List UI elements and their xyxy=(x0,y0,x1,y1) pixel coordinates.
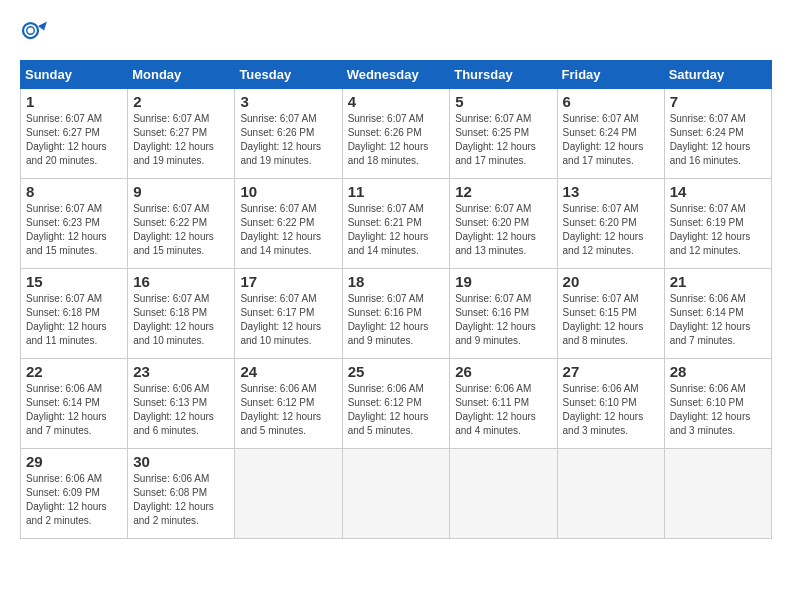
logo xyxy=(20,20,54,50)
day-number: 11 xyxy=(348,183,445,200)
calendar-cell: 15Sunrise: 6:07 AM Sunset: 6:18 PM Dayli… xyxy=(21,269,128,359)
calendar-cell: 28Sunrise: 6:06 AM Sunset: 6:10 PM Dayli… xyxy=(664,359,771,449)
day-number: 9 xyxy=(133,183,229,200)
day-info: Sunrise: 6:07 AM Sunset: 6:24 PM Dayligh… xyxy=(563,112,659,168)
day-number: 3 xyxy=(240,93,336,110)
calendar-week: 22Sunrise: 6:06 AM Sunset: 6:14 PM Dayli… xyxy=(21,359,772,449)
weekday-header: Thursday xyxy=(450,61,557,89)
calendar-week: 8Sunrise: 6:07 AM Sunset: 6:23 PM Daylig… xyxy=(21,179,772,269)
day-number: 26 xyxy=(455,363,551,380)
day-number: 23 xyxy=(133,363,229,380)
calendar-cell: 9Sunrise: 6:07 AM Sunset: 6:22 PM Daylig… xyxy=(128,179,235,269)
calendar-cell: 17Sunrise: 6:07 AM Sunset: 6:17 PM Dayli… xyxy=(235,269,342,359)
day-info: Sunrise: 6:07 AM Sunset: 6:18 PM Dayligh… xyxy=(133,292,229,348)
day-number: 10 xyxy=(240,183,336,200)
calendar-cell: 3Sunrise: 6:07 AM Sunset: 6:26 PM Daylig… xyxy=(235,89,342,179)
day-number: 29 xyxy=(26,453,122,470)
day-info: Sunrise: 6:07 AM Sunset: 6:27 PM Dayligh… xyxy=(133,112,229,168)
calendar-cell: 18Sunrise: 6:07 AM Sunset: 6:16 PM Dayli… xyxy=(342,269,450,359)
day-info: Sunrise: 6:07 AM Sunset: 6:15 PM Dayligh… xyxy=(563,292,659,348)
calendar-table: SundayMondayTuesdayWednesdayThursdayFrid… xyxy=(20,60,772,539)
calendar-week: 15Sunrise: 6:07 AM Sunset: 6:18 PM Dayli… xyxy=(21,269,772,359)
day-info: Sunrise: 6:06 AM Sunset: 6:10 PM Dayligh… xyxy=(670,382,766,438)
calendar-body: 1Sunrise: 6:07 AM Sunset: 6:27 PM Daylig… xyxy=(21,89,772,539)
day-info: Sunrise: 6:07 AM Sunset: 6:20 PM Dayligh… xyxy=(563,202,659,258)
calendar-cell: 21Sunrise: 6:06 AM Sunset: 6:14 PM Dayli… xyxy=(664,269,771,359)
svg-point-1 xyxy=(27,27,35,35)
day-number: 7 xyxy=(670,93,766,110)
day-info: Sunrise: 6:07 AM Sunset: 6:20 PM Dayligh… xyxy=(455,202,551,258)
weekday-header: Wednesday xyxy=(342,61,450,89)
day-info: Sunrise: 6:07 AM Sunset: 6:22 PM Dayligh… xyxy=(240,202,336,258)
day-number: 18 xyxy=(348,273,445,290)
calendar-cell xyxy=(235,449,342,539)
calendar-cell: 2Sunrise: 6:07 AM Sunset: 6:27 PM Daylig… xyxy=(128,89,235,179)
calendar-cell xyxy=(342,449,450,539)
day-number: 27 xyxy=(563,363,659,380)
day-info: Sunrise: 6:07 AM Sunset: 6:26 PM Dayligh… xyxy=(348,112,445,168)
day-number: 20 xyxy=(563,273,659,290)
calendar-cell: 26Sunrise: 6:06 AM Sunset: 6:11 PM Dayli… xyxy=(450,359,557,449)
calendar-cell: 1Sunrise: 6:07 AM Sunset: 6:27 PM Daylig… xyxy=(21,89,128,179)
calendar-cell: 29Sunrise: 6:06 AM Sunset: 6:09 PM Dayli… xyxy=(21,449,128,539)
day-number: 24 xyxy=(240,363,336,380)
calendar-cell: 13Sunrise: 6:07 AM Sunset: 6:20 PM Dayli… xyxy=(557,179,664,269)
day-info: Sunrise: 6:06 AM Sunset: 6:12 PM Dayligh… xyxy=(240,382,336,438)
day-number: 17 xyxy=(240,273,336,290)
calendar-cell xyxy=(557,449,664,539)
day-info: Sunrise: 6:06 AM Sunset: 6:12 PM Dayligh… xyxy=(348,382,445,438)
day-number: 21 xyxy=(670,273,766,290)
calendar-cell: 16Sunrise: 6:07 AM Sunset: 6:18 PM Dayli… xyxy=(128,269,235,359)
weekday-header: Sunday xyxy=(21,61,128,89)
day-number: 14 xyxy=(670,183,766,200)
calendar-header: SundayMondayTuesdayWednesdayThursdayFrid… xyxy=(21,61,772,89)
weekday-header: Friday xyxy=(557,61,664,89)
day-info: Sunrise: 6:07 AM Sunset: 6:23 PM Dayligh… xyxy=(26,202,122,258)
day-number: 28 xyxy=(670,363,766,380)
calendar-cell: 14Sunrise: 6:07 AM Sunset: 6:19 PM Dayli… xyxy=(664,179,771,269)
day-number: 30 xyxy=(133,453,229,470)
day-info: Sunrise: 6:07 AM Sunset: 6:22 PM Dayligh… xyxy=(133,202,229,258)
day-number: 22 xyxy=(26,363,122,380)
day-info: Sunrise: 6:07 AM Sunset: 6:21 PM Dayligh… xyxy=(348,202,445,258)
day-number: 4 xyxy=(348,93,445,110)
calendar-cell: 30Sunrise: 6:06 AM Sunset: 6:08 PM Dayli… xyxy=(128,449,235,539)
calendar-cell: 22Sunrise: 6:06 AM Sunset: 6:14 PM Dayli… xyxy=(21,359,128,449)
calendar-cell: 24Sunrise: 6:06 AM Sunset: 6:12 PM Dayli… xyxy=(235,359,342,449)
day-info: Sunrise: 6:06 AM Sunset: 6:14 PM Dayligh… xyxy=(670,292,766,348)
day-number: 8 xyxy=(26,183,122,200)
svg-point-0 xyxy=(23,23,38,38)
calendar-week: 29Sunrise: 6:06 AM Sunset: 6:09 PM Dayli… xyxy=(21,449,772,539)
calendar-cell: 6Sunrise: 6:07 AM Sunset: 6:24 PM Daylig… xyxy=(557,89,664,179)
day-info: Sunrise: 6:07 AM Sunset: 6:25 PM Dayligh… xyxy=(455,112,551,168)
day-number: 6 xyxy=(563,93,659,110)
calendar-cell: 23Sunrise: 6:06 AM Sunset: 6:13 PM Dayli… xyxy=(128,359,235,449)
day-info: Sunrise: 6:06 AM Sunset: 6:10 PM Dayligh… xyxy=(563,382,659,438)
calendar-cell: 27Sunrise: 6:06 AM Sunset: 6:10 PM Dayli… xyxy=(557,359,664,449)
day-number: 25 xyxy=(348,363,445,380)
calendar-cell xyxy=(664,449,771,539)
calendar-cell: 7Sunrise: 6:07 AM Sunset: 6:24 PM Daylig… xyxy=(664,89,771,179)
calendar-cell: 10Sunrise: 6:07 AM Sunset: 6:22 PM Dayli… xyxy=(235,179,342,269)
day-number: 12 xyxy=(455,183,551,200)
day-number: 5 xyxy=(455,93,551,110)
calendar-cell: 12Sunrise: 6:07 AM Sunset: 6:20 PM Dayli… xyxy=(450,179,557,269)
logo-icon xyxy=(20,20,50,50)
calendar-cell: 20Sunrise: 6:07 AM Sunset: 6:15 PM Dayli… xyxy=(557,269,664,359)
day-info: Sunrise: 6:06 AM Sunset: 6:11 PM Dayligh… xyxy=(455,382,551,438)
calendar-cell: 11Sunrise: 6:07 AM Sunset: 6:21 PM Dayli… xyxy=(342,179,450,269)
day-info: Sunrise: 6:07 AM Sunset: 6:26 PM Dayligh… xyxy=(240,112,336,168)
weekday-header: Tuesday xyxy=(235,61,342,89)
day-number: 15 xyxy=(26,273,122,290)
day-info: Sunrise: 6:07 AM Sunset: 6:17 PM Dayligh… xyxy=(240,292,336,348)
day-info: Sunrise: 6:07 AM Sunset: 6:16 PM Dayligh… xyxy=(455,292,551,348)
day-number: 19 xyxy=(455,273,551,290)
calendar-cell: 19Sunrise: 6:07 AM Sunset: 6:16 PM Dayli… xyxy=(450,269,557,359)
day-info: Sunrise: 6:06 AM Sunset: 6:14 PM Dayligh… xyxy=(26,382,122,438)
day-number: 13 xyxy=(563,183,659,200)
day-number: 16 xyxy=(133,273,229,290)
day-info: Sunrise: 6:07 AM Sunset: 6:24 PM Dayligh… xyxy=(670,112,766,168)
day-info: Sunrise: 6:06 AM Sunset: 6:09 PM Dayligh… xyxy=(26,472,122,528)
calendar-cell: 4Sunrise: 6:07 AM Sunset: 6:26 PM Daylig… xyxy=(342,89,450,179)
weekday-header: Saturday xyxy=(664,61,771,89)
